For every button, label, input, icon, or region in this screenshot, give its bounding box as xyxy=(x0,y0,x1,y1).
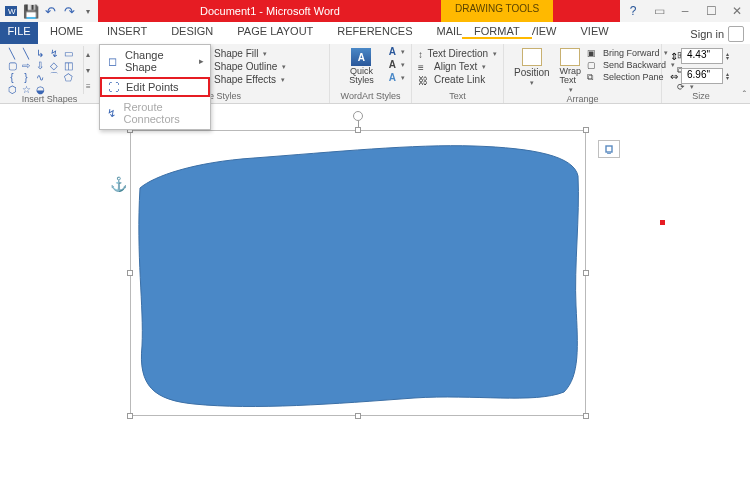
sign-in[interactable]: Sign in xyxy=(690,26,744,42)
shape-brace2-icon[interactable]: } xyxy=(20,72,32,82)
collapse-ribbon-button[interactable]: ˆ xyxy=(743,90,746,101)
selection-icon: ⧉ xyxy=(587,72,599,82)
menu-reroute-connectors: ↯Reroute Connectors xyxy=(100,97,210,129)
handle-bm[interactable] xyxy=(355,413,361,419)
change-shape-icon: ◻ xyxy=(106,55,119,68)
help-button[interactable]: ? xyxy=(620,0,646,22)
tab-view[interactable]: VIEW xyxy=(569,22,621,44)
text-direction-button[interactable]: ↕Text Direction▾ xyxy=(418,48,497,59)
shapes-gallery-more[interactable]: ▴▾≡ xyxy=(83,46,93,94)
window-controls: ? ▭ – ☐ ✕ xyxy=(620,0,750,22)
shape-flow-icon[interactable]: ◇ xyxy=(48,60,60,70)
text-effects-button[interactable]: A▾ xyxy=(389,72,405,83)
forward-icon: ▣ xyxy=(587,48,599,58)
create-link-button[interactable]: ⛓Create Link xyxy=(418,74,497,85)
undo-icon[interactable]: ↶ xyxy=(44,4,57,18)
maximize-button[interactable]: ☐ xyxy=(698,0,724,22)
handle-bl[interactable] xyxy=(127,413,133,419)
minimize-button[interactable]: – xyxy=(672,0,698,22)
anchor-icon[interactable]: ⚓ xyxy=(110,176,127,192)
align-text-button[interactable]: ≡Align Text▾ xyxy=(418,61,497,72)
shape-line2-icon[interactable]: ╲ xyxy=(20,48,32,58)
shape-outline-label: Shape Outline xyxy=(214,61,277,72)
shape-arc-icon[interactable]: ⌒ xyxy=(48,72,60,82)
group-insert-shapes: ╲ ╲ ↳ ↯ ▭ ▢ ⇨ ⇩ ◇ ◫ { } ∿ ⌒ ⬠ ⬡ ☆ ◒ ▴▾≡ … xyxy=(0,44,100,103)
text-outline-icon: A xyxy=(389,59,396,70)
shape-curve-icon[interactable]: ∿ xyxy=(34,72,46,82)
reroute-icon: ↯ xyxy=(106,107,117,120)
tab-format[interactable]: FORMAT xyxy=(462,22,532,39)
width-field[interactable]: ⇔6.96"▴▾ xyxy=(670,68,732,84)
tab-page-layout[interactable]: PAGE LAYOUT xyxy=(225,22,325,44)
shape-callout-icon[interactable]: ◫ xyxy=(62,60,74,70)
edit-points-label: Edit Points xyxy=(126,81,179,93)
redo-icon[interactable]: ↷ xyxy=(63,4,76,18)
document-area[interactable]: ⚓ xyxy=(0,104,750,500)
wordart-a-icon: A xyxy=(351,48,371,66)
avatar-icon xyxy=(728,26,744,42)
shape-poly-icon[interactable]: ⬠ xyxy=(62,72,74,82)
width-value[interactable]: 6.96" xyxy=(681,68,723,84)
shape-outline-button[interactable]: ✎Shape Outline▾ xyxy=(198,61,286,72)
reroute-label: Reroute Connectors xyxy=(123,101,204,125)
shape-freeform-icon[interactable]: ↯ xyxy=(48,48,60,58)
handle-tr[interactable] xyxy=(583,127,589,133)
save-icon[interactable]: 💾 xyxy=(24,4,38,18)
wrap-label: Wrap Text xyxy=(560,67,581,85)
sign-in-label: Sign in xyxy=(690,28,724,40)
text-direction-label: Text Direction xyxy=(427,48,488,59)
svg-text:W: W xyxy=(8,7,16,16)
page[interactable]: ⚓ xyxy=(60,114,672,494)
tab-insert[interactable]: INSERT xyxy=(95,22,159,44)
text-fill-button[interactable]: A▾ xyxy=(389,46,405,57)
shape-line-icon[interactable]: ╲ xyxy=(6,48,18,58)
menu-edit-points[interactable]: ⛶Edit Points xyxy=(100,77,210,97)
link-icon: ⛓ xyxy=(418,75,430,85)
shape-arrow-r-icon[interactable]: ⇨ xyxy=(20,60,32,70)
close-button[interactable]: ✕ xyxy=(724,0,750,22)
shape-rect2-icon[interactable]: ▢ xyxy=(6,60,18,70)
quick-styles-button[interactable]: A Quick Styles xyxy=(336,46,387,85)
shape-effects-button[interactable]: ◑Shape Effects▾ xyxy=(198,74,286,85)
word-icon: W xyxy=(4,4,18,18)
shape-hex-icon[interactable]: ⬡ xyxy=(6,84,18,94)
handle-br[interactable] xyxy=(583,413,589,419)
ribbon-options-button[interactable]: ▭ xyxy=(646,0,672,22)
height-icon: ⇕ xyxy=(670,51,678,62)
position-button[interactable]: Position▾ xyxy=(510,46,554,94)
create-link-label: Create Link xyxy=(434,74,485,85)
rotate-handle[interactable] xyxy=(353,111,363,121)
freeform-shape[interactable] xyxy=(134,136,582,412)
shape-other-icon[interactable]: ◒ xyxy=(34,84,46,94)
tab-file[interactable]: FILE xyxy=(0,22,38,44)
tab-design[interactable]: DESIGN xyxy=(159,22,225,44)
handle-mr[interactable] xyxy=(583,270,589,276)
qat-more-icon[interactable]: ▾ xyxy=(81,4,94,18)
shape-fill-button[interactable]: 🪣Shape Fill▾ xyxy=(198,48,286,59)
group-wordart-styles: A Quick Styles A▾ A▾ A▾ WordArt Styles xyxy=(330,44,412,103)
shape-star-icon[interactable]: ☆ xyxy=(20,84,32,94)
shape-connector-icon[interactable]: ↳ xyxy=(34,48,46,58)
handle-tm[interactable] xyxy=(355,127,361,133)
handle-ml[interactable] xyxy=(127,270,133,276)
menu-change-shape[interactable]: ◻Change Shape▸ xyxy=(100,45,210,77)
shape-brace-icon[interactable]: { xyxy=(6,72,18,82)
tab-home[interactable]: HOME xyxy=(38,22,95,44)
shape-rect-icon[interactable]: ▭ xyxy=(62,48,74,58)
group-label-wordart: WordArt Styles xyxy=(336,91,405,103)
shape-arrow-d-icon[interactable]: ⇩ xyxy=(34,60,46,70)
wrap-text-button[interactable]: Wrap Text▾ xyxy=(556,46,585,94)
change-shape-label: Change Shape xyxy=(125,49,193,73)
backward-label: Send Backward xyxy=(603,60,666,70)
height-field[interactable]: ⇕4.43"▴▾ xyxy=(670,48,732,64)
group-arrange: Position▾ Wrap Text▾ ▣Bring Forward▾ ▢Se… xyxy=(504,44,662,103)
group-text: ↕Text Direction▾ ≡Align Text▾ ⛓Create Li… xyxy=(412,44,504,103)
text-outline-button[interactable]: A▾ xyxy=(389,59,405,70)
height-value[interactable]: 4.43" xyxy=(681,48,723,64)
shapes-gallery[interactable]: ╲ ╲ ↳ ↯ ▭ ▢ ⇨ ⇩ ◇ ◫ { } ∿ ⌒ ⬠ ⬡ ☆ ◒ xyxy=(6,46,81,94)
svg-rect-2 xyxy=(606,146,612,152)
layout-options-button[interactable] xyxy=(598,140,620,158)
text-fill-icon: A xyxy=(389,46,396,57)
tab-references[interactable]: REFERENCES xyxy=(325,22,424,44)
shape-effects-label: Shape Effects xyxy=(214,74,276,85)
